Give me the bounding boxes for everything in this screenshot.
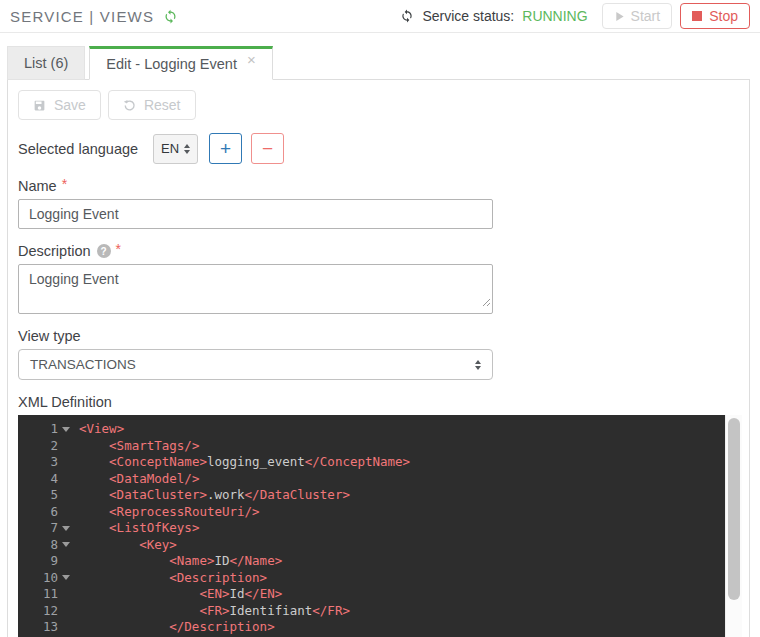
name-input[interactable]	[18, 199, 493, 229]
refresh-status-icon[interactable]	[400, 9, 414, 23]
gutter-spacer	[58, 586, 74, 603]
description-textarea[interactable]: Logging Event	[18, 264, 493, 314]
code-line: 11<EN>Id</EN>	[18, 586, 725, 603]
fold-arrow-icon[interactable]	[58, 537, 74, 554]
line-number: 5	[18, 487, 58, 504]
edit-panel: Save Reset Selected language EN + − Name…	[7, 79, 750, 637]
code-line: 1<View>	[18, 421, 725, 438]
line-number: 1	[18, 421, 58, 438]
reset-button[interactable]: Reset	[108, 90, 196, 120]
editor-scrollbar[interactable]	[725, 415, 742, 637]
name-label: Name	[18, 178, 57, 194]
code-line: 8<Key>	[18, 537, 725, 554]
xml-editor[interactable]: 1<View>2<SmartTags/>3<ConceptName>loggin…	[18, 415, 742, 637]
gutter-spacer	[58, 603, 74, 620]
line-number: 4	[18, 471, 58, 488]
gutter-spacer	[58, 619, 74, 636]
code-line: 13</Description>	[18, 619, 725, 636]
code-text: <ListOfKeys>	[104, 520, 199, 537]
undo-icon	[123, 99, 136, 112]
code-line: 3<ConceptName>logging_event</ConceptName…	[18, 454, 725, 471]
code-text: <Name>ID</Name>	[164, 553, 282, 570]
code-text: <SmartTags/>	[104, 438, 199, 455]
stop-button[interactable]: Stop	[680, 3, 750, 29]
code-area[interactable]: 1<View>2<SmartTags/>3<ConceptName>loggin…	[18, 415, 725, 637]
name-field: Name*	[18, 178, 739, 229]
required-marker: *	[62, 176, 67, 192]
code-line: 6<ReprocessRouteUri/>	[18, 504, 725, 521]
select-arrows-icon	[184, 144, 190, 154]
save-button-label: Save	[54, 97, 86, 113]
code-text: <Description>	[164, 570, 267, 587]
line-number: 2	[18, 438, 58, 455]
tab-label: Edit - Logging Event	[106, 56, 237, 72]
code-line: 4<DataModel/>	[18, 471, 725, 488]
save-button[interactable]: Save	[18, 90, 101, 120]
line-number: 7	[18, 520, 58, 537]
line-number: 12	[18, 603, 58, 620]
tab-edit-logging-event[interactable]: Edit - Logging Event×	[89, 46, 272, 80]
code-text: <EN>Id</EN>	[194, 586, 282, 603]
stop-button-label: Stop	[709, 8, 738, 24]
code-text: <ReprocessRouteUri/>	[104, 504, 260, 521]
scrollbar-thumb[interactable]	[728, 418, 740, 600]
description-label: Description	[18, 243, 91, 259]
language-select[interactable]: EN	[153, 134, 198, 164]
stop-icon	[692, 11, 702, 21]
close-tab-icon[interactable]: ×	[247, 51, 256, 68]
gutter-spacer	[58, 454, 74, 471]
code-text: <ConceptName>logging_event</ConceptName>	[104, 454, 410, 471]
xml-definition-label: XML Definition	[18, 394, 112, 410]
save-icon	[33, 99, 46, 112]
code-line: 2<SmartTags/>	[18, 438, 725, 455]
view-type-value: TRANSACTIONS	[30, 357, 136, 372]
gutter-spacer	[58, 438, 74, 455]
line-number: 6	[18, 504, 58, 521]
required-marker: *	[116, 241, 121, 257]
tab-list-6[interactable]: List (6)	[7, 46, 85, 80]
view-type-select[interactable]: TRANSACTIONS	[18, 349, 493, 380]
fold-arrow-icon[interactable]	[58, 421, 74, 438]
view-type-field: View type TRANSACTIONS	[18, 328, 739, 380]
xml-definition-field: XML Definition 1<View>2<SmartTags/>3<Con…	[18, 394, 739, 637]
line-number: 13	[18, 619, 58, 636]
service-status-label: Service status:	[422, 8, 514, 24]
gutter-spacer	[58, 487, 74, 504]
service-status-value: RUNNING	[522, 8, 587, 24]
code-text: </Description>	[164, 619, 274, 636]
fold-arrow-icon[interactable]	[58, 520, 74, 537]
add-language-button[interactable]: +	[209, 133, 242, 164]
code-text: <DataModel/>	[104, 471, 199, 488]
reset-button-label: Reset	[144, 97, 181, 113]
toolbar: Save Reset	[18, 90, 739, 120]
page-title: SERVICE | VIEWS	[10, 8, 154, 25]
language-row: Selected language EN + −	[18, 133, 739, 164]
code-line: 9<Name>ID</Name>	[18, 553, 725, 570]
refresh-views-icon[interactable]	[163, 9, 178, 24]
line-number: 8	[18, 537, 58, 554]
view-type-label: View type	[18, 328, 81, 344]
help-icon[interactable]: ?	[97, 244, 111, 258]
start-button[interactable]: Start	[602, 3, 673, 29]
fold-arrow-icon[interactable]	[58, 570, 74, 587]
line-number: 3	[18, 454, 58, 471]
code-text: <Key>	[134, 537, 177, 554]
selected-language-label: Selected language	[18, 141, 138, 157]
tab-label: List (6)	[24, 55, 68, 71]
language-select-value: EN	[161, 141, 179, 156]
line-number: 10	[18, 570, 58, 587]
code-line: 7<ListOfKeys>	[18, 520, 725, 537]
code-text: <View>	[74, 421, 124, 438]
gutter-spacer	[58, 471, 74, 488]
code-line: 12<FR>Identifiant</FR>	[18, 603, 725, 620]
top-bar: SERVICE | VIEWS Service status: RUNNING …	[0, 0, 760, 33]
start-button-label: Start	[631, 8, 661, 24]
gutter-spacer	[58, 553, 74, 570]
code-line: 5<DataCluster>.work</DataCluster>	[18, 487, 725, 504]
line-number: 9	[18, 553, 58, 570]
remove-language-button[interactable]: −	[251, 133, 284, 164]
gutter-spacer	[58, 504, 74, 521]
code-text: <FR>Identifiant</FR>	[194, 603, 350, 620]
description-field: Description?* Logging Event	[18, 243, 739, 314]
tab-bar: List (6)Edit - Logging Event×	[0, 46, 760, 80]
